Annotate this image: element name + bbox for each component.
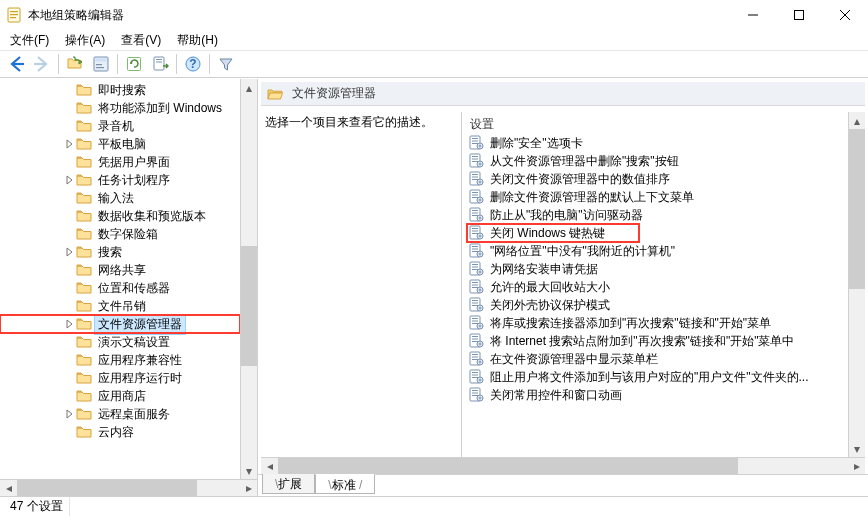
setting-item[interactable]: 删除文件资源管理器的默认上下文菜单	[466, 188, 848, 206]
tree-item[interactable]: 即时搜索	[0, 81, 240, 99]
tree-item[interactable]: 将功能添加到 Windows	[0, 99, 240, 117]
setting-item[interactable]: "网络位置"中没有"我附近的计算机"	[466, 242, 848, 260]
tree-item[interactable]: 录音机	[0, 117, 240, 135]
tree-item[interactable]: 演示文稿设置	[0, 333, 240, 351]
tree-item[interactable]: 应用程序运行时	[0, 369, 240, 387]
policy-setting-icon	[468, 153, 484, 169]
tree-item-label: 演示文稿设置	[95, 333, 173, 352]
tree-item-label: 远程桌面服务	[95, 405, 173, 424]
tree-item[interactable]: 文件吊销	[0, 297, 240, 315]
folder-icon	[76, 298, 92, 314]
policy-setting-icon	[468, 333, 484, 349]
setting-item[interactable]: 在文件资源管理器中显示菜单栏	[466, 350, 848, 368]
tree-item[interactable]: 网络共享	[0, 261, 240, 279]
description-column: 选择一个项目来查看它的描述。	[261, 112, 461, 457]
tree-vertical-scrollbar[interactable]: ▴ ▾	[240, 79, 257, 479]
setting-item[interactable]: 关闭常用控件和窗口动画	[466, 386, 848, 404]
refresh-button[interactable]	[122, 52, 146, 76]
setting-item[interactable]: 将 Internet 搜索站点附加到"再次搜索"链接和"开始"菜单中	[466, 332, 848, 350]
tree-item-label: 搜索	[95, 243, 125, 262]
toolbar-separator	[58, 54, 59, 74]
tab-extended[interactable]: \扩展	[262, 474, 315, 494]
expander-icon[interactable]	[62, 175, 76, 185]
tree-item[interactable]: 搜索	[0, 243, 240, 261]
scroll-thumb[interactable]	[241, 246, 257, 366]
tree-item-label: 数字保险箱	[95, 225, 161, 244]
scroll-thumb[interactable]	[278, 458, 738, 474]
scroll-up-arrow[interactable]: ▴	[241, 79, 257, 96]
setting-item[interactable]: 从文件资源管理器中删除"搜索"按钮	[466, 152, 848, 170]
setting-item[interactable]: 关闭外壳协议保护模式	[466, 296, 848, 314]
menu-view[interactable]: 查看(V)	[113, 30, 169, 51]
main-area: 即时搜索将功能添加到 Windows录音机平板电脑凭据用户界面任务计划程序输入法…	[0, 78, 868, 496]
help-button[interactable]	[181, 52, 205, 76]
toolbar-separator	[117, 54, 118, 74]
setting-label: 为网络安装申请凭据	[487, 260, 601, 279]
tree-item[interactable]: 任务计划程序	[0, 171, 240, 189]
minimize-button[interactable]	[730, 0, 776, 30]
scroll-right-arrow[interactable]: ▸	[848, 458, 865, 474]
setting-item[interactable]: 阻止用户将文件添加到与该用户对应的"用户文件"文件夹的...	[466, 368, 848, 386]
settings-horizontal-scrollbar[interactable]: ◂ ▸	[261, 457, 865, 474]
scroll-thumb[interactable]	[849, 129, 865, 289]
tree-item[interactable]: 输入法	[0, 189, 240, 207]
menu-bar: 文件(F) 操作(A) 查看(V) 帮助(H)	[0, 30, 868, 50]
menu-help[interactable]: 帮助(H)	[169, 30, 226, 51]
tree-item[interactable]: 远程桌面服务	[0, 405, 240, 423]
scroll-down-arrow[interactable]: ▾	[241, 462, 257, 479]
forward-button[interactable]	[30, 52, 54, 76]
expander-icon[interactable]	[62, 409, 76, 419]
setting-item[interactable]: 将库或搜索连接器添加到"再次搜索"链接和"开始"菜单	[466, 314, 848, 332]
expander-icon[interactable]	[62, 319, 76, 329]
expander-icon[interactable]	[62, 247, 76, 257]
settings-column-header[interactable]: 设置	[466, 114, 848, 134]
expander-icon[interactable]	[62, 139, 76, 149]
menu-action[interactable]: 操作(A)	[57, 30, 113, 51]
scroll-right-arrow[interactable]: ▸	[240, 480, 257, 496]
tree-item[interactable]: 位置和传感器	[0, 279, 240, 297]
tree-item[interactable]: 平板电脑	[0, 135, 240, 153]
tree-item[interactable]: 凭据用户界面	[0, 153, 240, 171]
export-button[interactable]	[148, 52, 172, 76]
policy-setting-icon	[468, 279, 484, 295]
scroll-down-arrow[interactable]: ▾	[849, 440, 865, 457]
tree-horizontal-scrollbar[interactable]: ◂ ▸	[0, 479, 257, 496]
tree-item-label: 凭据用户界面	[95, 153, 173, 172]
folder-icon	[76, 244, 92, 260]
scroll-thumb[interactable]	[17, 480, 197, 496]
tree-item-label: 应用程序兼容性	[95, 351, 185, 370]
setting-item[interactable]: 防止从"我的电脑"访问驱动器	[466, 206, 848, 224]
tree-item[interactable]: 云内容	[0, 423, 240, 441]
properties-button[interactable]	[89, 52, 113, 76]
column-separator[interactable]	[461, 112, 462, 457]
close-button[interactable]	[822, 0, 868, 30]
setting-item[interactable]: 关闭 Windows 键热键	[466, 224, 848, 242]
setting-item[interactable]: 关闭文件资源管理器中的数值排序	[466, 170, 848, 188]
policy-setting-icon	[468, 225, 484, 241]
tree-list[interactable]: 即时搜索将功能添加到 Windows录音机平板电脑凭据用户界面任务计划程序输入法…	[0, 79, 240, 479]
tab-standard[interactable]: \标准 /	[315, 474, 375, 494]
scroll-up-arrow[interactable]: ▴	[849, 112, 865, 129]
scroll-left-arrow[interactable]: ◂	[261, 458, 278, 474]
tree-item[interactable]: 应用商店	[0, 387, 240, 405]
tree-item[interactable]: 数据收集和预览版本	[0, 207, 240, 225]
tree-item[interactable]: 文件资源管理器	[0, 315, 240, 333]
settings-vertical-scrollbar[interactable]: ▴ ▾	[848, 112, 865, 457]
policy-setting-icon	[468, 189, 484, 205]
folder-icon	[76, 352, 92, 368]
up-button[interactable]	[63, 52, 87, 76]
setting-item[interactable]: 删除"安全"选项卡	[466, 134, 848, 152]
setting-label: 从文件资源管理器中删除"搜索"按钮	[487, 152, 682, 171]
maximize-button[interactable]	[776, 0, 822, 30]
folder-icon	[76, 316, 92, 332]
setting-item[interactable]: 为网络安装申请凭据	[466, 260, 848, 278]
scroll-left-arrow[interactable]: ◂	[0, 480, 17, 496]
tree-item-label: 录音机	[95, 117, 137, 136]
tree-item[interactable]: 数字保险箱	[0, 225, 240, 243]
filter-button[interactable]	[214, 52, 238, 76]
back-button[interactable]	[4, 52, 28, 76]
settings-list: 设置 删除"安全"选项卡从文件资源管理器中删除"搜索"按钮关闭文件资源管理器中的…	[466, 112, 848, 457]
tree-item[interactable]: 应用程序兼容性	[0, 351, 240, 369]
setting-item[interactable]: 允许的最大回收站大小	[466, 278, 848, 296]
menu-file[interactable]: 文件(F)	[2, 30, 57, 51]
